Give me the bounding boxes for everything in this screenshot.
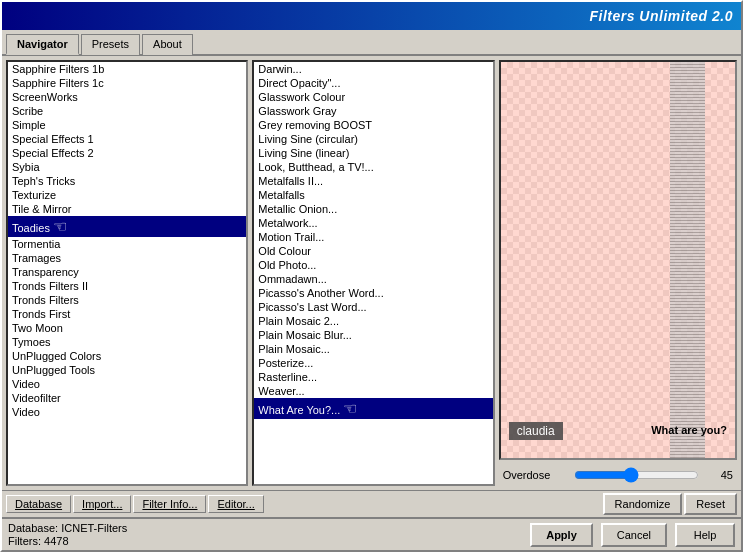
preview-checkerboard: claudia What are you? (501, 62, 735, 458)
main-window: Filters Unlimited 2.0 Navigator Presets … (0, 0, 743, 552)
left-list[interactable]: Sapphire Filters 1b Sapphire Filters 1c … (6, 60, 248, 486)
overdose-row: Overdose 45 (499, 464, 737, 486)
left-list-item-twomoon[interactable]: Two Moon (8, 321, 246, 335)
status-database: Database: ICNET-Filters (8, 522, 127, 534)
left-list-item-sapphire1c[interactable]: Sapphire Filters 1c (8, 76, 246, 90)
right-list-item-oldphoto[interactable]: Old Photo... (254, 258, 492, 272)
left-list-item-video1[interactable]: Video (8, 377, 246, 391)
right-list-item-whatareyou[interactable]: What Are You?... ☜ (254, 398, 492, 419)
right-list-item-oldcolour[interactable]: Old Colour (254, 244, 492, 258)
right-list-item-motiontrail[interactable]: Motion Trail... (254, 230, 492, 244)
left-list-item-sapphire1b[interactable]: Sapphire Filters 1b (8, 62, 246, 76)
right-list-item-glassworkgray[interactable]: Glasswork Gray (254, 104, 492, 118)
apply-button[interactable]: Apply (530, 523, 593, 547)
cancel-button[interactable]: Cancel (601, 523, 667, 547)
left-list-item-screenworks[interactable]: ScreenWorks (8, 90, 246, 104)
right-list-item-posterize[interactable]: Posterize... (254, 356, 492, 370)
overdose-slider[interactable] (574, 467, 699, 483)
status-filters: Filters: 4478 (8, 535, 127, 547)
left-list-item-tormentia[interactable]: Tormentia (8, 237, 246, 251)
right-list-item-glassworkcolour[interactable]: Glasswork Colour (254, 90, 492, 104)
right-list-item-directopacity[interactable]: Direct Opacity"... (254, 76, 492, 90)
overdose-label: Overdose (503, 469, 568, 481)
left-list-item-sybia[interactable]: Sybia (8, 160, 246, 174)
right-list-item-picassos-another[interactable]: Picasso's Another Word... (254, 286, 492, 300)
left-list-item-videofilter[interactable]: Videofilter (8, 391, 246, 405)
preview-area: claudia What are you? (499, 60, 737, 460)
preview-stripe (670, 62, 705, 458)
bottom-row: Database: ICNET-Filters Filters: 4478 Ap… (2, 517, 741, 550)
editor-button[interactable]: Editor... (208, 495, 263, 513)
main-content: Sapphire Filters 1b Sapphire Filters 1c … (2, 56, 741, 490)
right-list-item-metalfalls2[interactable]: Metalfalls II... (254, 174, 492, 188)
reset-button[interactable]: Reset (684, 493, 737, 515)
left-list-item-simple[interactable]: Simple (8, 118, 246, 132)
import-button[interactable]: Import... (73, 495, 131, 513)
right-list-item-plainmosaic2[interactable]: Plain Mosaic 2... (254, 314, 492, 328)
left-list-item-tronds[interactable]: Tronds Filters (8, 293, 246, 307)
right-list-item-metalliconion[interactable]: Metallic Onion... (254, 202, 492, 216)
right-list-item-livingsine-circ[interactable]: Living Sine (circular) (254, 132, 492, 146)
left-list-item-specialfx2[interactable]: Special Effects 2 (8, 146, 246, 160)
randomize-button[interactable]: Randomize (603, 493, 683, 515)
help-button[interactable]: Help (675, 523, 735, 547)
left-list-item-specialfx1[interactable]: Special Effects 1 (8, 132, 246, 146)
right-list-item-lookbutthead[interactable]: Look, Butthead, a TV!... (254, 160, 492, 174)
left-list-item-tronds2[interactable]: Tronds Filters II (8, 279, 246, 293)
left-list-item-tephs[interactable]: Teph's Tricks (8, 174, 246, 188)
tab-bar: Navigator Presets About (2, 30, 741, 56)
left-list-item-scribe[interactable]: Scribe (8, 104, 246, 118)
left-list-item-unpluggedcolors[interactable]: UnPlugged Colors (8, 349, 246, 363)
left-list-item-toadies[interactable]: Toadies ☜ (8, 216, 246, 237)
left-list-item-video2[interactable]: Video (8, 405, 246, 419)
preview-overlay: claudia (509, 422, 563, 440)
right-list-item-weaver[interactable]: Weaver... (254, 384, 492, 398)
right-list-item-darwin[interactable]: Darwin... (254, 62, 492, 76)
app-title: Filters Unlimited 2.0 (589, 8, 733, 24)
preview-overlay-text: claudia (517, 424, 555, 438)
overdose-value: 45 (705, 469, 733, 481)
right-list[interactable]: Darwin... Direct Opacity"... Glasswork C… (252, 60, 494, 486)
right-list-item-plainmosaicblur[interactable]: Plain Mosaic Blur... (254, 328, 492, 342)
tab-about[interactable]: About (142, 34, 193, 55)
filter-info-button[interactable]: Filter Info... (133, 495, 206, 513)
right-list-item-plainmosaic[interactable]: Plain Mosaic... (254, 342, 492, 356)
tab-presets[interactable]: Presets (81, 34, 140, 55)
right-list-item-metalwork[interactable]: Metalwork... (254, 216, 492, 230)
status-area: Database: ICNET-Filters Filters: 4478 (8, 522, 127, 547)
title-bar: Filters Unlimited 2.0 (2, 2, 741, 30)
left-list-item-unpluggedtools[interactable]: UnPlugged Tools (8, 363, 246, 377)
right-list-item-greyboost[interactable]: Grey removing BOOST (254, 118, 492, 132)
right-panel: claudia What are you? Overdose 45 (499, 60, 737, 486)
tab-navigator[interactable]: Navigator (6, 34, 79, 55)
left-list-item-tilemirror[interactable]: Tile & Mirror (8, 202, 246, 216)
left-list-item-tymoes[interactable]: Tymoes (8, 335, 246, 349)
right-list-item-livingsine-lin[interactable]: Living Sine (linear) (254, 146, 492, 160)
right-list-item-picassos-last[interactable]: Picasso's Last Word... (254, 300, 492, 314)
right-list-item-rasterline[interactable]: Rasterline... (254, 370, 492, 384)
left-list-item-tramages[interactable]: Tramages (8, 251, 246, 265)
left-list-item-texturize[interactable]: Texturize (8, 188, 246, 202)
right-list-item-metalfalls[interactable]: Metalfalls (254, 188, 492, 202)
toolbar-row: Database Import... Filter Info... Editor… (2, 490, 741, 517)
left-list-item-transparency[interactable]: Transparency (8, 265, 246, 279)
database-button[interactable]: Database (6, 495, 71, 513)
preview-right-label: What are you? (651, 424, 727, 436)
left-list-item-trondsfirst[interactable]: Tronds First (8, 307, 246, 321)
right-list-item-ommadawn[interactable]: Ommadawn... (254, 272, 492, 286)
